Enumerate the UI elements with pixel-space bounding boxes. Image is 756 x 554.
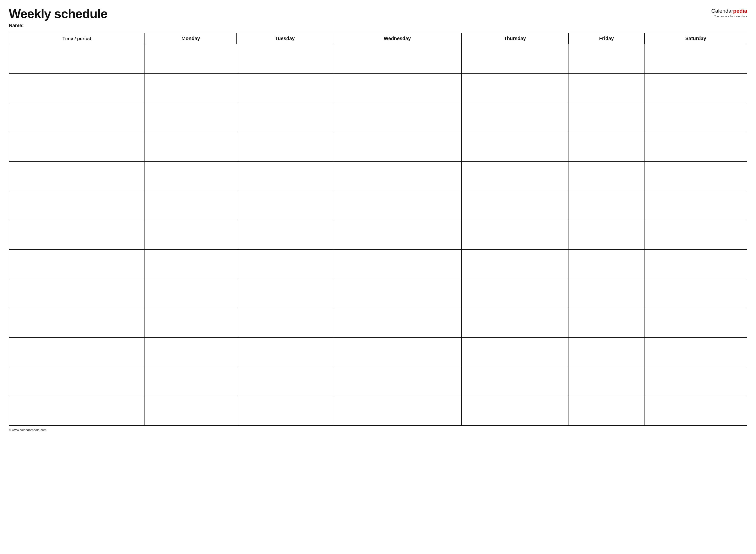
time-cell[interactable] [9,367,145,396]
schedule-cell[interactable] [569,367,645,396]
schedule-cell[interactable] [462,103,569,132]
schedule-cell[interactable] [237,44,333,73]
schedule-cell[interactable] [569,191,645,220]
schedule-cell[interactable] [333,337,462,367]
schedule-cell[interactable] [145,220,237,250]
time-cell[interactable] [9,337,145,367]
schedule-cell[interactable] [645,220,747,250]
schedule-cell[interactable] [333,44,462,73]
name-label: Name: [9,23,107,29]
brand-name: Calendarpedia [711,8,747,14]
schedule-cell[interactable] [645,103,747,132]
schedule-cell[interactable] [645,161,747,191]
schedule-cell[interactable] [462,367,569,396]
schedule-cell[interactable] [645,337,747,367]
schedule-cell[interactable] [333,220,462,250]
schedule-cell[interactable] [145,103,237,132]
schedule-cell[interactable] [462,132,569,161]
schedule-cell[interactable] [645,250,747,279]
schedule-cell[interactable] [333,367,462,396]
time-cell[interactable] [9,103,145,132]
schedule-cell[interactable] [569,337,645,367]
schedule-cell[interactable] [462,279,569,308]
table-row [9,161,747,191]
schedule-cell[interactable] [645,396,747,426]
schedule-cell[interactable] [237,308,333,337]
schedule-cell[interactable] [145,73,237,103]
schedule-cell[interactable] [645,279,747,308]
schedule-cell[interactable] [237,220,333,250]
schedule-cell[interactable] [569,161,645,191]
schedule-cell[interactable] [237,396,333,426]
schedule-cell[interactable] [145,279,237,308]
time-cell[interactable] [9,132,145,161]
schedule-cell[interactable] [237,132,333,161]
time-cell[interactable] [9,250,145,279]
schedule-cell[interactable] [645,191,747,220]
schedule-cell[interactable] [569,132,645,161]
time-cell[interactable] [9,161,145,191]
schedule-cell[interactable] [333,73,462,103]
schedule-cell[interactable] [145,337,237,367]
table-row [9,308,747,337]
time-cell[interactable] [9,191,145,220]
schedule-cell[interactable] [145,44,237,73]
schedule-cell[interactable] [569,73,645,103]
schedule-cell[interactable] [645,367,747,396]
schedule-cell[interactable] [333,250,462,279]
schedule-cell[interactable] [462,191,569,220]
time-cell[interactable] [9,308,145,337]
schedule-cell[interactable] [237,161,333,191]
schedule-cell[interactable] [145,396,237,426]
schedule-cell[interactable] [333,279,462,308]
schedule-cell[interactable] [145,250,237,279]
schedule-cell[interactable] [145,308,237,337]
schedule-cell[interactable] [569,396,645,426]
schedule-cell[interactable] [462,220,569,250]
schedule-cell[interactable] [145,367,237,396]
schedule-cell[interactable] [569,308,645,337]
schedule-cell[interactable] [333,132,462,161]
schedule-cell[interactable] [237,191,333,220]
schedule-cell[interactable] [145,132,237,161]
schedule-cell[interactable] [462,337,569,367]
schedule-cell[interactable] [237,250,333,279]
schedule-cell[interactable] [645,308,747,337]
schedule-cell[interactable] [569,103,645,132]
schedule-cell[interactable] [237,73,333,103]
table-row [9,103,747,132]
schedule-cell[interactable] [333,161,462,191]
schedule-cell[interactable] [462,396,569,426]
schedule-cell[interactable] [462,250,569,279]
brand-tagline: Your source for calendars [714,15,747,18]
schedule-cell[interactable] [462,161,569,191]
schedule-cell[interactable] [569,44,645,73]
footer: © www.calendarpedia.com [9,428,747,432]
time-cell[interactable] [9,44,145,73]
schedule-cell[interactable] [333,308,462,337]
time-cell[interactable] [9,279,145,308]
schedule-cell[interactable] [237,337,333,367]
schedule-cell[interactable] [333,396,462,426]
schedule-cell[interactable] [237,367,333,396]
brand-logo: Calendarpedia Your source for calendars [711,8,747,18]
schedule-cell[interactable] [462,73,569,103]
schedule-cell[interactable] [645,73,747,103]
schedule-cell[interactable] [569,220,645,250]
schedule-cell[interactable] [569,279,645,308]
schedule-cell[interactable] [645,132,747,161]
schedule-cell[interactable] [237,279,333,308]
schedule-cell[interactable] [145,161,237,191]
table-row [9,367,747,396]
schedule-cell[interactable] [237,103,333,132]
schedule-cell[interactable] [145,191,237,220]
schedule-cell[interactable] [462,44,569,73]
time-cell[interactable] [9,220,145,250]
schedule-cell[interactable] [462,308,569,337]
schedule-cell[interactable] [569,250,645,279]
schedule-cell[interactable] [645,44,747,73]
time-cell[interactable] [9,396,145,426]
time-cell[interactable] [9,73,145,103]
schedule-cell[interactable] [333,191,462,220]
schedule-cell[interactable] [333,103,462,132]
